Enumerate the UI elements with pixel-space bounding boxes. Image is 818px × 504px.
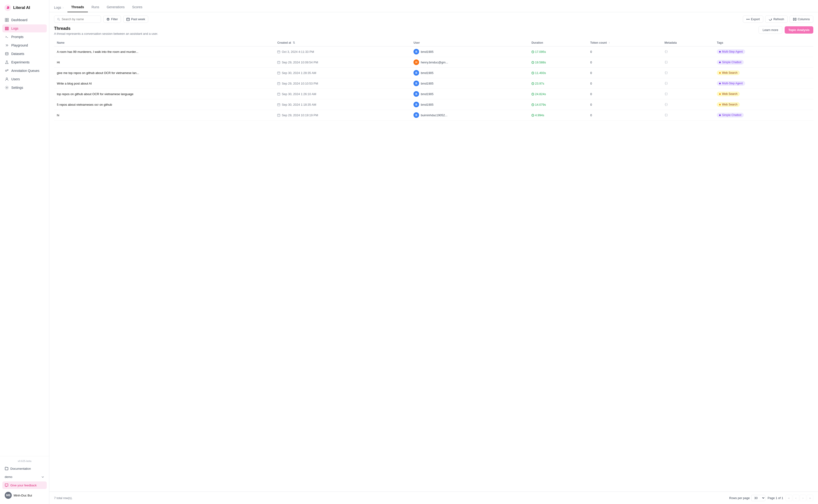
sidebar-item-label: Experiments [11, 60, 30, 64]
cell-created-at: Sep 30, 2024 1:26:10 AM [274, 89, 411, 99]
sidebar-item-prompts[interactable]: Prompts [2, 33, 47, 41]
search-input[interactable] [54, 16, 101, 23]
cell-name: give me top repos on github about OCR fo… [54, 68, 274, 78]
rows-per-page-select[interactable]: 30 50 100 [751, 495, 765, 501]
user-chip: B [413, 112, 419, 118]
cell-token-count: 0 [587, 110, 662, 120]
user-name-cell: bmd1905 [421, 50, 433, 54]
table-row[interactable]: Hi Sep 29, 2024 10:09:54 PM H henry.bmdu… [54, 57, 813, 68]
cell-created-at: Sep 29, 2024 10:19:19 PM [274, 110, 411, 120]
col-metadata: Metadata [662, 39, 714, 47]
search-icon [57, 18, 60, 21]
cell-tags: Simple Chatbot [714, 57, 813, 68]
svg-rect-28 [793, 18, 794, 20]
search-field[interactable] [62, 17, 98, 21]
cell-name: Hi [54, 57, 274, 68]
tag-badge: Multi-Step Agent [717, 49, 745, 54]
sidebar-item-dashboard[interactable]: Dashboard [2, 16, 47, 24]
learn-more-button[interactable]: Learn more [759, 26, 782, 34]
export-icon [746, 18, 750, 21]
user-profile[interactable]: MB Minh-Duc Bui [2, 490, 47, 501]
refresh-button[interactable]: Refresh [765, 16, 788, 23]
table-row[interactable]: give me top repos on github about OCR fo… [54, 68, 813, 78]
last-page-button[interactable]: » [807, 495, 813, 501]
prev-page-button[interactable]: ‹ [793, 495, 799, 501]
user-name-cell: henry.bmduc@gm... [421, 61, 448, 64]
clock-icon [531, 82, 534, 85]
clock-icon [531, 103, 534, 106]
tag-badge: Simple Chatbot [717, 113, 744, 117]
col-token-count[interactable]: Token count ↑ [587, 39, 662, 47]
sidebar-item-annotation-queues[interactable]: Annotation Queues [2, 67, 47, 75]
first-page-button[interactable]: « [786, 495, 792, 501]
svg-rect-8 [5, 29, 8, 30]
threads-table-container: Name Created at ⇅ User Duration Token co… [49, 39, 818, 492]
svg-rect-29 [795, 18, 796, 20]
documentation-button[interactable]: Documentation [2, 465, 47, 472]
demo-button[interactable]: demo [2, 473, 47, 481]
date-filter-button[interactable]: Past week [123, 16, 148, 23]
message-icon [5, 483, 8, 487]
col-name: Name [54, 39, 274, 47]
calendar-icon [277, 61, 280, 64]
table-row[interactable]: 5 repos about vietnameses ocr on github … [54, 99, 813, 110]
cell-name: Write a blog post about AI [54, 78, 274, 89]
topic-analysis-button[interactable]: Topic Analysis [785, 26, 813, 34]
clock-icon [531, 93, 534, 96]
table-row[interactable]: hi Sep 29, 2024 10:19:19 PM B buiminhduc… [54, 110, 813, 120]
table-row[interactable]: top repos on github about OCR for vietna… [54, 89, 813, 99]
columns-button[interactable]: Columns [790, 16, 813, 23]
feedback-button[interactable]: Give your feedback [2, 481, 47, 489]
toolbar-right: Export Refresh Columns [743, 16, 813, 23]
tab-runs[interactable]: Runs [88, 3, 103, 12]
next-page-button[interactable]: › [800, 495, 806, 501]
cell-duration: 14.079s [529, 99, 587, 110]
main-content: Logs › Threads Runs Generations Scores F… [49, 0, 818, 504]
filter-button[interactable]: Filter [103, 16, 121, 23]
section-header: Threads A thread represents a conversati… [49, 26, 818, 39]
cell-metadata: {} [662, 68, 714, 78]
top-nav: Logs › Threads Runs Generations Scores [49, 0, 818, 12]
cell-duration: 24.824s [529, 89, 587, 99]
app-logo[interactable]: Literal AI [0, 0, 49, 15]
export-button[interactable]: Export [743, 16, 763, 23]
tag-dot [719, 51, 721, 53]
tab-generations[interactable]: Generations [103, 3, 128, 12]
user-name-cell: bmd1905 [421, 92, 433, 96]
cell-token-count: 0 [587, 78, 662, 89]
sidebar: Literal AI Dashboard Logs Prompts [0, 0, 49, 504]
tag-badge: Web Search [717, 92, 740, 96]
tab-threads[interactable]: Threads [67, 3, 88, 12]
tab-scores[interactable]: Scores [128, 3, 146, 12]
rows-per-page: Rows per page 30 50 100 [729, 495, 765, 501]
export-label: Export [751, 17, 760, 21]
user-name-cell: bmd1905 [421, 71, 433, 75]
sidebar-item-users[interactable]: Users [2, 75, 47, 83]
cell-metadata: {} [662, 110, 714, 120]
table-row[interactable]: Write a blog post about AI Sep 29, 2024 … [54, 78, 813, 89]
cell-user: H henry.bmduc@gm... [411, 57, 529, 68]
cell-tags: Multi-Step Agent [714, 78, 813, 89]
svg-rect-45 [277, 82, 280, 85]
filter-icon [106, 18, 110, 21]
sidebar-item-playground[interactable]: Playground [2, 41, 47, 49]
person-icon [5, 77, 9, 81]
table-row[interactable]: A room has 99 murderers, I walk into the… [54, 47, 813, 57]
sidebar-item-datasets[interactable]: Datasets [2, 50, 47, 58]
user-chip: B [413, 91, 419, 97]
svg-point-15 [6, 78, 8, 79]
sidebar-item-settings[interactable]: Settings [2, 84, 47, 92]
cell-user: B bmd1905 [411, 99, 529, 110]
sidebar-item-experiments[interactable]: Experiments [2, 58, 47, 66]
sidebar-item-logs[interactable]: Logs [2, 24, 47, 32]
svg-rect-2 [5, 18, 7, 20]
breadcrumb-parent[interactable]: Logs [54, 6, 61, 9]
cell-created-at: Sep 29, 2024 10:09:54 PM [274, 57, 411, 68]
section-title-group: Threads A thread represents a conversati… [54, 26, 158, 35]
cell-user: B bmd1905 [411, 89, 529, 99]
user-chip: B [413, 49, 419, 54]
cell-created-at: Sep 29, 2024 10:10:53 PM [274, 78, 411, 89]
svg-point-10 [5, 52, 8, 53]
col-created-at[interactable]: Created at ⇅ [274, 39, 411, 47]
sidebar-item-label: Datasets [11, 52, 24, 56]
